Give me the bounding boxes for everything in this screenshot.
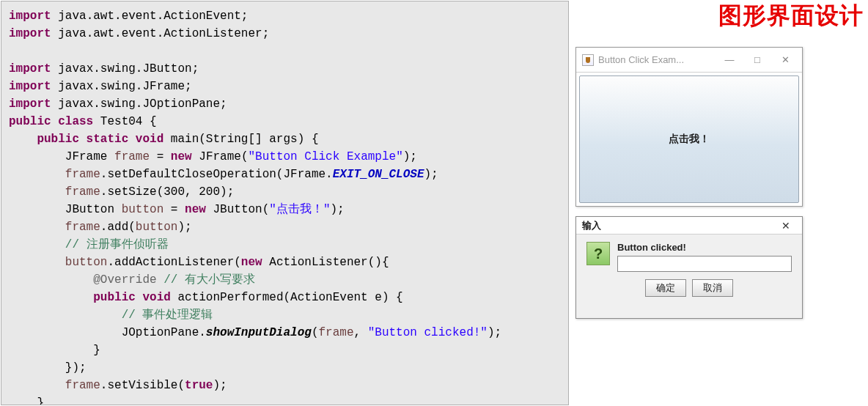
java-icon [582,54,594,66]
code-line: public void actionPerformed(ActionEvent … [9,289,565,306]
code-line: frame.setSize(300, 200); [9,183,565,201]
input-dialog: 输入 ✕ ? Button clicked! 确定 取消 [575,216,803,319]
app-window: Button Click Exam... — □ ✕ 点击我！ [575,47,803,207]
code-line: } [9,342,565,359]
dialog-title: 输入 [582,219,773,232]
code-line: import javax.swing.JFrame; [9,78,565,95]
app-titlebar[interactable]: Button Click Exam... — □ ✕ [576,48,802,73]
code-line: frame.setDefaultCloseOperation(JFrame.EX… [9,166,565,183]
code-line: import javax.swing.JOptionPane; [9,95,565,113]
close-button[interactable]: ✕ [771,51,799,70]
dialog-text-input[interactable] [617,256,792,272]
code-line: JOptionPane.showInputDialog(frame, "Butt… [9,324,565,342]
code-line: // 事件处理逻辑 [9,306,565,324]
click-me-button-label: 点击我！ [669,133,710,146]
maximize-button[interactable]: □ [743,51,771,70]
code-line: import java.awt.event.ActionListener; [9,25,565,43]
app-window-title: Button Click Exam... [598,54,716,65]
page-title: 图形界面设计 [718,0,864,32]
code-line: // 注册事件侦听器 [9,236,565,254]
code-line: button.addActionListener(new ActionListe… [9,254,565,271]
dialog-body: ? Button clicked! 确定 取消 [576,235,802,300]
code-line: JButton button = new JButton("点击我！"); [9,201,565,218]
code-line: import java.awt.event.ActionEvent; [9,7,565,25]
code-line: @Override // 有大小写要求 [9,271,565,289]
cancel-button[interactable]: 取消 [692,279,733,297]
code-line: frame.add(button); [9,218,565,236]
code-line: } [9,394,565,405]
question-icon: ? [586,242,610,265]
dialog-titlebar[interactable]: 输入 ✕ [576,217,802,235]
code-line: import javax.swing.JButton; [9,60,565,78]
dialog-close-button[interactable]: ✕ [773,218,799,233]
ok-button[interactable]: 确定 [645,279,686,297]
code-line: }); [9,359,565,377]
dialog-message: Button clicked! [617,242,792,253]
code-line: frame.setVisible(true); [9,377,565,394]
app-window-body: 点击我！ [576,73,802,206]
minimize-button[interactable]: — [716,51,743,70]
click-me-button[interactable]: 点击我！ [579,75,799,203]
code-line: public static void main(String[] args) { [9,130,565,148]
code-editor-pane: import java.awt.event.ActionEvent; impor… [1,1,569,405]
code-line: JFrame frame = new JFrame("Button Click … [9,148,565,166]
code-line [9,43,565,60]
code-line: public class Test04 { [9,113,565,130]
